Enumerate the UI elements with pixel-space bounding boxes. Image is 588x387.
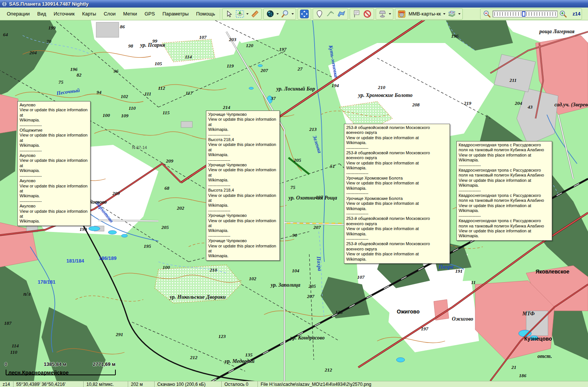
status-scale: 202 м: [128, 381, 155, 387]
zoom-slider-thumb[interactable]: [522, 11, 525, 17]
tooltip-wikimapia-line: Wikimapia.: [20, 143, 89, 148]
download-selection-button[interactable]: [235, 9, 245, 19]
tooltip-separator: ----------------: [459, 213, 550, 218]
tooltip-wikimapia-line: Wikimapia.: [346, 206, 448, 211]
globe-icon: [266, 10, 274, 18]
status-downloaded: Скачано 100 (200,6 кБ): [155, 381, 222, 387]
tooltip-wikimapia-line: Wikimapia.: [20, 194, 89, 198]
cursor-tool-button[interactable]: [224, 9, 234, 19]
map-source-globe-button[interactable]: [265, 9, 275, 19]
tooltip-place-name: Квадроснегоходная тропа с Рассудовского …: [459, 218, 550, 229]
polygon-icon: [337, 10, 345, 18]
tooltip-wikimapia-line: Wikimapia.: [208, 152, 278, 157]
tooltip-place-name: Урочище Хромовские Болота: [346, 196, 448, 201]
status-bar: z1455°30,4389' 36°50,4216'10,82 м/пикс.2…: [0, 381, 588, 387]
zoom-slider[interactable]: [493, 11, 557, 17]
tooltip-wikimapia-line: View or update this place information at: [346, 226, 448, 231]
menu-item-слои[interactable]: Слои: [100, 9, 120, 18]
app-icon: [2, 1, 7, 7]
tooltip-separator: ----------------: [346, 171, 448, 176]
tooltip-wikimapia-line: Wikimapia.: [208, 178, 278, 183]
tooltip-wikimapia-line: View or update this place information at: [20, 184, 89, 194]
layers-dropdown-arrow[interactable]: [458, 13, 461, 15]
menu-item-карты[interactable]: Карты: [78, 9, 100, 18]
sas-planet-window: SAS.Планета 130914.7487 Nightly Операции…: [0, 0, 588, 387]
tooltip-place-name: Урочище Чупряково: [208, 112, 278, 117]
zoom-in-button[interactable]: [558, 9, 568, 19]
layers-icon: [447, 10, 456, 18]
gps-dropdown-arrow[interactable]: [389, 13, 391, 15]
tooltip-separator: ----------------: [208, 208, 278, 213]
tooltip-place-name: 253-й общевойсковой полигон Московского …: [346, 150, 448, 161]
tooltip-separator: ----------------: [20, 199, 89, 204]
placemark-list-button[interactable]: [351, 9, 362, 19]
add-placemark-button[interactable]: [314, 9, 325, 19]
tooltip-wikimapia-line: View or update this place information at: [208, 244, 278, 254]
tooltip-place-name: Высота 218,4: [208, 188, 278, 193]
tooltip-separator: ----------------: [20, 148, 89, 153]
layers-button[interactable]: [447, 9, 457, 19]
search-magnifier-icon: [281, 10, 289, 18]
status-remaining: Осталось 0: [222, 381, 258, 387]
ruler-tool-button[interactable]: [250, 9, 260, 19]
tooltip-separator: ----------------: [459, 188, 550, 193]
tooltip-wikimapia-line: View or update this place information at: [346, 181, 448, 186]
tooltip-wikimapia-line: View or update this place information at: [20, 158, 89, 168]
mmb-maps-button[interactable]: ММБ: [396, 9, 407, 19]
zoom-out-icon: [483, 10, 491, 18]
tooltip-place-name: 253-й общевойсковой полигон Московского …: [346, 241, 448, 252]
route-icon: [326, 10, 335, 18]
map-source-dropdown-arrow[interactable]: [443, 13, 445, 15]
window-title: SAS.Планета 130914.7487 Nightly: [9, 1, 89, 7]
map-source-label[interactable]: ММВ-карты-кк: [408, 11, 441, 17]
toolbar-group-marklist: [350, 8, 374, 20]
status-coordinates: 55°30,4389' 36°50,4216': [14, 381, 84, 387]
tooltip-wikimapia-line: Wikimapia.: [459, 158, 550, 163]
fullscreen-icon: [300, 9, 309, 18]
tooltip-wikimapia-line: Wikimapia.: [20, 118, 89, 123]
tooltip-separator: ----------------: [208, 233, 278, 238]
menu-item-операции[interactable]: Операции: [3, 9, 34, 18]
tooltip-place-name: Урочище Хромовские Болота: [346, 176, 448, 181]
gps-button[interactable]: [377, 9, 388, 19]
tooltip-wikimapia-line: View or update this place information at: [208, 117, 278, 127]
menu-item-gps[interactable]: GPS: [141, 9, 158, 18]
tooltip-place-name: Урочище Чупряково: [208, 238, 278, 243]
add-polygon-button[interactable]: [336, 9, 347, 19]
download-dropdown-arrow[interactable]: [246, 13, 249, 15]
zoom-out-button[interactable]: [482, 9, 492, 19]
disable-download-button[interactable]: [362, 9, 373, 19]
status-file-path: File H:\sas\cache\slazav_MO\z14\4\x4934\…: [258, 381, 588, 387]
tooltip-wikimapia-line: Wikimapia.: [346, 257, 448, 262]
menu-item-источник[interactable]: Источник: [50, 9, 78, 18]
tooltip-wikimapia-line: View or update this place information at: [459, 178, 550, 183]
forbid-icon: [363, 10, 372, 18]
tooltip-place-name: Общежитие: [20, 128, 89, 133]
menu-item-метки[interactable]: Метки: [120, 9, 141, 18]
title-bar[interactable]: SAS.Планета 130914.7487 Nightly: [0, 0, 588, 8]
tooltip-place-name: Акулово: [20, 153, 89, 158]
wikimapia-tooltip: Квадроснегоходная тропа с Рассудовского …: [456, 141, 552, 241]
menu-item-параметры[interactable]: Параметры: [159, 9, 192, 18]
gps-device-icon: [378, 10, 387, 18]
toolbar-group-marks: [313, 8, 348, 20]
globe-dropdown-arrow[interactable]: [276, 13, 279, 15]
menu-item-вид[interactable]: Вид: [34, 9, 50, 18]
fullscreen-button[interactable]: [299, 9, 310, 19]
tooltip-wikimapia-line: Wikimapia.: [208, 127, 278, 132]
svg-text:ММБ: ММБ: [399, 11, 405, 14]
tooltip-wikimapia-line: View or update this place information at: [20, 209, 89, 219]
tooltip-wikimapia-line: View or update this place information at: [208, 167, 278, 178]
tooltip-wikimapia-line: Wikimapia.: [346, 186, 448, 191]
toolbar-group-tools: [222, 8, 262, 20]
tooltip-wikimapia-line: View or update this place information at: [346, 161, 448, 166]
toolbar-group-mapsource: ММБ ММВ-карты-кк: [395, 8, 463, 20]
toolbar-group-view: [263, 8, 296, 20]
tooltip-wikimapia-line: Wikimapia.: [459, 208, 550, 213]
search-dropdown-arrow[interactable]: [292, 13, 294, 15]
wikimapia-tooltip: АкуловоView or update this place informa…: [17, 101, 91, 226]
add-route-button[interactable]: [325, 9, 336, 19]
menu-bar: ОперацииВидИсточникКартыСлоиМеткиGPSПара…: [0, 8, 219, 20]
menu-item-помощь[interactable]: Помощь: [192, 9, 219, 18]
search-button[interactable]: [280, 9, 290, 19]
